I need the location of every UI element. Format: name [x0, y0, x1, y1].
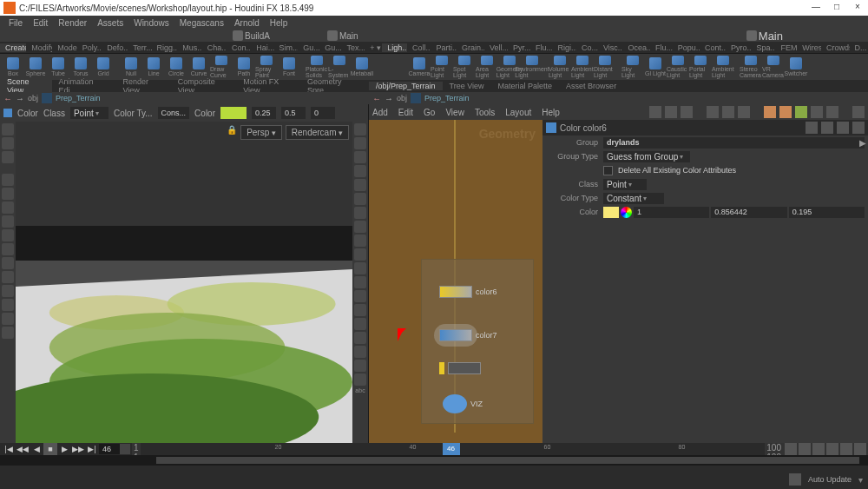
- color-picker-icon[interactable]: [621, 207, 632, 218]
- menu-help[interactable]: Help: [265, 18, 293, 28]
- shelf-tab[interactable]: FEM: [775, 43, 797, 52]
- stop-button[interactable]: ■: [43, 443, 57, 455]
- tool-amblight2[interactable]: Ambient Light: [712, 56, 734, 78]
- vp-tool[interactable]: [354, 193, 366, 205]
- colortype-field[interactable]: Cons...: [158, 107, 190, 119]
- vp-tool[interactable]: [2, 137, 14, 149]
- color-swatch[interactable]: [603, 207, 619, 218]
- net-icon[interactable]: [764, 106, 776, 118]
- shelf-tab-create[interactable]: Create: [0, 43, 26, 52]
- tool-metaball[interactable]: Metaball: [351, 56, 373, 78]
- vp-tool[interactable]: [2, 299, 14, 311]
- status-icon[interactable]: [789, 473, 801, 486]
- vp-tool[interactable]: [354, 276, 366, 288]
- vp-tool[interactable]: [354, 221, 366, 233]
- shelf-tab[interactable]: Terr...: [128, 43, 151, 52]
- node-color6[interactable]: color6: [439, 286, 497, 298]
- tool-torus[interactable]: Torus: [69, 56, 92, 78]
- vp-tool[interactable]: [354, 123, 366, 135]
- play-button[interactable]: ▶: [57, 443, 71, 455]
- tool-spraypaint[interactable]: Spray Paint: [255, 56, 278, 78]
- nm-view[interactable]: View: [445, 108, 464, 117]
- vp-tool[interactable]: [354, 346, 366, 358]
- vp-tool[interactable]: [2, 271, 14, 283]
- tool-box[interactable]: Box: [2, 56, 24, 78]
- net-icon[interactable]: [779, 106, 792, 118]
- tab-matpalette[interactable]: Material Palette: [491, 82, 560, 90]
- vp-tool[interactable]: [2, 151, 14, 163]
- net-icon[interactable]: [665, 106, 677, 118]
- shelf-tab[interactable]: Gu...: [298, 43, 319, 52]
- net-icon[interactable]: [738, 106, 750, 118]
- color-b-field[interactable]: 0.195: [789, 207, 865, 218]
- tool-switcher[interactable]: Switcher: [785, 56, 807, 78]
- net-icon[interactable]: [811, 106, 823, 118]
- vp-tool[interactable]: [354, 165, 366, 177]
- play-back-button[interactable]: ◀: [30, 443, 43, 455]
- tool-grid[interactable]: Grid: [92, 56, 115, 78]
- menu-megascans[interactable]: Megascans: [174, 18, 229, 28]
- vp-tool[interactable]: [2, 243, 14, 255]
- tool-vrcam[interactable]: VR Camera: [762, 56, 785, 78]
- shelf-tab[interactable]: Hai...: [251, 43, 273, 52]
- path-obj[interactable]: obj: [28, 94, 38, 102]
- tool-arealight[interactable]: Area Light: [476, 56, 498, 78]
- tool-amblight[interactable]: Ambient Light: [571, 56, 594, 78]
- vp-tool[interactable]: [2, 215, 14, 228]
- shelf-tab[interactable]: Mus...: [177, 43, 202, 52]
- path-node[interactable]: Prep_Terrain: [56, 94, 101, 102]
- vp-tool[interactable]: [354, 318, 366, 330]
- color-b[interactable]: 0: [311, 107, 335, 119]
- minimize-button[interactable]: —: [809, 2, 823, 14]
- nm-add[interactable]: Add: [372, 108, 388, 117]
- lock-icon[interactable]: 🔒: [227, 125, 237, 140]
- desktop-builda[interactable]: BuildA: [245, 31, 270, 41]
- net-icon[interactable]: [707, 106, 719, 118]
- last-frame-button[interactable]: ▶|: [85, 443, 99, 455]
- shelf-tab[interactable]: Pyr...: [508, 43, 530, 52]
- vp-tool[interactable]: [354, 207, 366, 219]
- shelf-tab[interactable]: Sim...: [274, 43, 299, 52]
- timeline-scrollbar[interactable]: [0, 455, 868, 466]
- tl-icon[interactable]: [812, 443, 825, 455]
- tab-treeview[interactable]: Tree View: [443, 82, 491, 90]
- color-swatch[interactable]: [220, 107, 247, 119]
- tab-assetbrowser[interactable]: Asset Browser: [559, 82, 623, 90]
- vp-tool[interactable]: [2, 257, 14, 269]
- shelf-add[interactable]: + ▾: [365, 43, 382, 52]
- tool-sphere[interactable]: Sphere: [24, 56, 47, 78]
- tool-path[interactable]: Path: [233, 56, 255, 78]
- shelf-tab[interactable]: Crowds: [821, 43, 850, 52]
- tool-causticlight[interactable]: Caustic Light: [667, 56, 689, 78]
- net-icon[interactable]: [722, 106, 734, 118]
- camera-rendercam[interactable]: Rendercam ▾: [286, 125, 349, 140]
- network-canvas[interactable]: Geometry color6 color7 VIZ: [369, 120, 542, 443]
- shelf-tab-lights[interactable]: Ligh...: [382, 43, 407, 52]
- vp-tool[interactable]: [354, 373, 366, 386]
- vp-tool[interactable]: [2, 174, 14, 186]
- node-body[interactable]: [448, 362, 481, 374]
- vp-tool[interactable]: [2, 229, 14, 241]
- tool-camera[interactable]: Camera: [408, 56, 431, 78]
- desktop-main2[interactable]: Main: [759, 30, 783, 43]
- vp-tool[interactable]: [354, 360, 366, 372]
- vp-tool[interactable]: [354, 304, 366, 316]
- tl-icon[interactable]: [840, 443, 852, 455]
- color-r[interactable]: 0.25: [252, 107, 276, 119]
- nm-tools[interactable]: Tools: [475, 108, 495, 117]
- shelf-tab[interactable]: Modify: [26, 43, 52, 52]
- tool-tube[interactable]: Tube: [47, 56, 69, 78]
- shelf-tab[interactable]: Popu...: [673, 43, 700, 52]
- tool-line[interactable]: Line: [142, 56, 165, 78]
- nm-go[interactable]: Go: [424, 108, 435, 117]
- shelf-tab[interactable]: Wires: [797, 43, 821, 52]
- search-icon[interactable]: [852, 122, 865, 134]
- key-icon[interactable]: [120, 444, 130, 454]
- class-field[interactable]: Point▾: [70, 107, 108, 119]
- vp-tool[interactable]: [2, 188, 14, 200]
- tl-icon[interactable]: [799, 443, 811, 455]
- maximize-button[interactable]: □: [830, 2, 844, 14]
- tool-pointlight[interactable]: Point Light: [431, 56, 453, 78]
- net-icon[interactable]: [826, 106, 838, 118]
- delete-checkbox[interactable]: [603, 166, 613, 175]
